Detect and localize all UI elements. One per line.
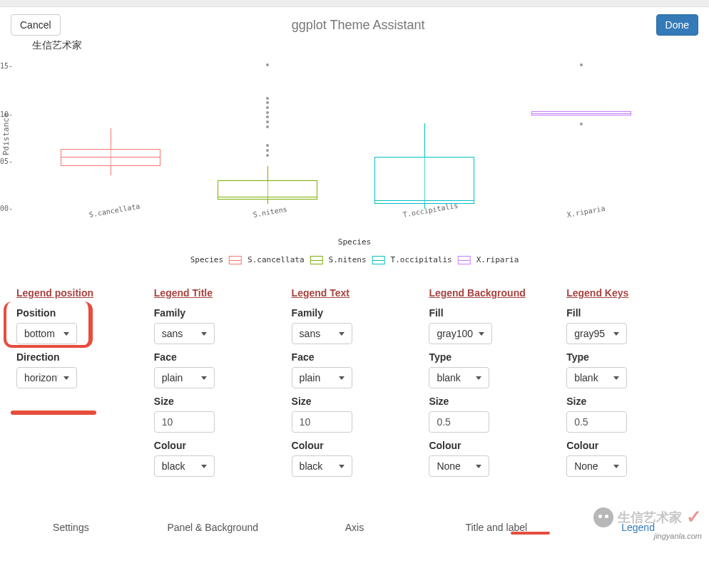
lt-face-select[interactable]: plain <box>154 367 215 388</box>
caret-icon <box>613 332 619 336</box>
watermark-url: jingyanla.com <box>654 532 702 540</box>
tab-panel-background[interactable]: Panel & Background <box>142 516 284 539</box>
lt-size-input[interactable] <box>154 411 215 433</box>
controls-panel: Legend position Position bottom Directio… <box>0 277 709 488</box>
lt-colour-select[interactable]: black <box>154 455 215 477</box>
annotation-underline <box>11 411 96 415</box>
lx-colour-select[interactable]: black <box>292 455 352 477</box>
lk-colour-select[interactable]: None <box>566 455 627 477</box>
lb-colour-select[interactable]: None <box>429 455 489 477</box>
lk-size-input[interactable] <box>566 411 627 433</box>
position-select[interactable]: bottom <box>16 323 77 344</box>
lb-type-select[interactable]: blank <box>429 367 489 388</box>
label-position: Position <box>16 307 143 319</box>
caret-icon <box>201 465 207 468</box>
caret-icon <box>339 376 345 380</box>
caret-icon <box>476 465 481 468</box>
lx-face-select[interactable]: plain <box>292 367 352 388</box>
caret-icon <box>339 332 345 336</box>
lt-family-select[interactable]: sans <box>154 323 215 344</box>
lk-fill-select[interactable]: gray95 <box>566 323 627 344</box>
caret-icon <box>613 465 619 468</box>
boxplot-chart: Pdistance 0.00- 0.05- 0.10- 0.15- <box>0 56 709 269</box>
cancel-button[interactable]: Cancel <box>11 14 61 36</box>
chart-legend: Species S.cancellata S.nitens T.occipita… <box>190 255 519 264</box>
bottom-tabs: Settings Panel & Background Axis Title a… <box>0 509 709 546</box>
lb-fill-select[interactable]: gray100 <box>429 323 492 344</box>
done-button[interactable]: Done <box>656 14 698 36</box>
tab-title-label[interactable]: Title and label <box>425 516 567 539</box>
caret-icon <box>201 376 207 380</box>
section-legend-position: Legend position <box>16 287 143 299</box>
tab-settings[interactable]: Settings <box>0 516 142 539</box>
label-direction: Direction <box>16 351 143 363</box>
caret-icon <box>476 376 481 380</box>
section-legend-title: Legend Title <box>154 287 280 299</box>
section-legend-background: Legend Background <box>429 287 555 299</box>
y-axis-label: Pdistance <box>1 113 11 155</box>
check-icon: ✓ <box>686 506 702 528</box>
watermark: 生信艺术家 ✓ <box>593 506 702 528</box>
x-axis-label: Species <box>338 237 371 247</box>
caret-icon <box>201 332 207 336</box>
caret-icon <box>613 376 619 380</box>
lx-size-input[interactable] <box>292 411 352 433</box>
caret-icon <box>63 376 69 380</box>
header: Cancel ggplot Theme Assistant Done <box>0 7 709 43</box>
page-title: ggplot Theme Assistant <box>61 18 656 33</box>
direction-select[interactable]: horizontal <box>16 367 77 388</box>
caret-icon <box>339 465 345 468</box>
lx-family-select[interactable]: sans <box>292 323 352 344</box>
caret-icon <box>479 332 484 336</box>
section-legend-keys: Legend Keys <box>566 287 693 299</box>
caret-icon <box>63 332 69 336</box>
lk-type-select[interactable]: blank <box>566 367 627 388</box>
plot-title: 生信艺术家 <box>21 39 709 52</box>
tab-axis[interactable]: Axis <box>284 516 426 539</box>
lb-size-input[interactable] <box>429 411 489 433</box>
section-legend-text: Legend Text <box>292 287 418 299</box>
wechat-icon <box>593 507 613 527</box>
